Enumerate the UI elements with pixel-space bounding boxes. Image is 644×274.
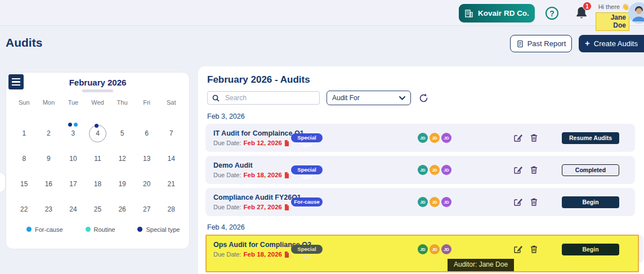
audit-title: IT Audit for Complaince Q1 xyxy=(213,129,291,137)
begin-button[interactable]: Begin xyxy=(562,196,619,208)
user-name-chip[interactable]: Jane Doe xyxy=(596,12,629,31)
edit-icon[interactable] xyxy=(513,197,522,206)
auditor-tooltip: Auditor: Jane Doe xyxy=(448,259,514,271)
notifications-button[interactable]: 1 xyxy=(575,6,589,21)
audit-title: Ops Audit for Compliance Q2 xyxy=(213,241,291,249)
legend-routine: Routine xyxy=(86,226,115,233)
calendar-day[interactable]: 28 xyxy=(159,197,184,222)
calendar-day[interactable]: 10 xyxy=(61,146,86,172)
calendar-day[interactable]: 12 xyxy=(110,146,135,172)
audit-row[interactable]: Compliance Audit FY26Q1 Due Date: Feb 27… xyxy=(205,188,635,216)
top-bar: Kovair RD Co. ? 1 Hi there 👋 Jane Doe xyxy=(0,0,644,26)
calendar-day[interactable]: 11 xyxy=(86,146,110,172)
calendar-day[interactable]: 5 xyxy=(110,121,135,146)
avatar[interactable]: JD xyxy=(418,133,428,143)
calendar-day[interactable]: 26 xyxy=(110,197,135,222)
calendar-day[interactable]: 15 xyxy=(12,172,37,197)
chevron-down-icon xyxy=(399,96,405,100)
avatar[interactable]: JD xyxy=(430,133,440,143)
file-icon xyxy=(284,172,289,178)
completed-button[interactable]: Completed xyxy=(562,164,619,176)
avatar[interactable]: JD xyxy=(418,244,428,254)
audit-info: Ops Audit for Compliance Q2 Due Date: Fe… xyxy=(213,241,291,258)
calendar-day[interactable]: 20 xyxy=(135,172,159,197)
file-icon xyxy=(284,140,289,146)
avatar[interactable]: JD xyxy=(441,165,451,175)
past-report-button[interactable]: Past Report xyxy=(510,35,572,52)
calendar-day[interactable]: 2 xyxy=(37,121,61,146)
menu-icon[interactable] xyxy=(8,74,24,89)
avatar[interactable]: JD xyxy=(441,244,451,254)
resume-audits-button[interactable]: Resume Audits xyxy=(562,132,619,144)
due-date: Feb 18, 2026 xyxy=(244,172,282,178)
audit-row-highlighted[interactable]: Ops Audit for Compliance Q2 Due Date: Fe… xyxy=(205,235,644,272)
calendar-day[interactable]: 25 xyxy=(86,197,110,222)
calendar-day[interactable]: 22 xyxy=(12,197,37,222)
delete-icon[interactable] xyxy=(530,165,538,174)
search-input[interactable] xyxy=(225,94,315,102)
avatar[interactable]: JD xyxy=(430,165,440,175)
calendar-day[interactable]: 7 xyxy=(159,121,184,146)
company-button-label: Kovair RD Co. xyxy=(478,9,529,17)
calendar-day[interactable]: 6 xyxy=(135,121,159,146)
create-audits-label: Create Audits xyxy=(594,39,638,48)
begin-button[interactable]: Begin xyxy=(562,244,619,255)
auditor-avatars: JD JD JD xyxy=(418,165,451,175)
due-label: Due Date: xyxy=(213,251,242,258)
help-icon: ? xyxy=(549,9,554,18)
audit-info: Compliance Audit FY26Q1 Due Date: Feb 27… xyxy=(213,194,291,210)
panel-collapse-handle[interactable] xyxy=(0,172,6,192)
calendar-day-with-events[interactable]: 3 xyxy=(61,121,86,146)
calendar-day[interactable]: 16 xyxy=(37,172,61,197)
search-box xyxy=(207,91,320,105)
edit-icon[interactable] xyxy=(513,133,522,142)
avatar[interactable]: JD xyxy=(441,197,451,207)
calendar-day[interactable]: 23 xyxy=(37,197,61,222)
help-button[interactable]: ? xyxy=(545,7,558,20)
calendar-day[interactable]: 18 xyxy=(86,172,110,197)
edit-icon[interactable] xyxy=(513,245,522,254)
for-cause-dot-icon xyxy=(74,123,78,127)
edit-icon[interactable] xyxy=(513,165,522,174)
file-icon xyxy=(284,204,289,210)
calendar-day[interactable]: 8 xyxy=(12,146,37,172)
calendar-day[interactable]: 13 xyxy=(135,146,159,172)
avatar[interactable]: JD xyxy=(418,197,428,207)
past-report-label: Past Report xyxy=(527,39,566,48)
calendar-month-title: February 2026 xyxy=(6,78,189,87)
avatar[interactable]: JD xyxy=(430,244,440,254)
audit-for-value: Audit For xyxy=(332,94,360,102)
calendar-day-selected[interactable]: 4 xyxy=(86,121,110,146)
auditor-avatars: JD JD JD xyxy=(418,133,451,143)
audit-row[interactable]: Demo Audit Due Date: Feb 18, 2026 Specia… xyxy=(205,156,635,184)
calendar-day[interactable]: 24 xyxy=(61,197,86,222)
audit-for-select[interactable]: Audit For xyxy=(327,91,411,105)
avatar[interactable]: JD xyxy=(441,133,451,143)
delete-icon[interactable] xyxy=(530,245,538,254)
company-button[interactable]: Kovair RD Co. xyxy=(459,4,535,23)
audit-title: Compliance Audit FY26Q1 xyxy=(213,194,291,201)
audit-title: Demo Audit xyxy=(213,161,291,169)
user-avatar[interactable] xyxy=(628,2,644,24)
audit-type-badge: Special type xyxy=(291,245,323,254)
avatar[interactable]: JD xyxy=(418,165,428,175)
audit-info: IT Audit for Complaince Q1 Due Date: Feb… xyxy=(213,129,291,146)
calendar-day[interactable]: 27 xyxy=(135,197,159,222)
calendar-day[interactable]: 19 xyxy=(110,172,135,197)
create-audits-button[interactable]: + Create Audits xyxy=(579,35,644,52)
calendar-title-underline xyxy=(82,89,113,92)
calendar-day[interactable]: 1 xyxy=(12,121,37,146)
report-icon xyxy=(516,40,524,48)
delete-icon[interactable] xyxy=(530,197,538,206)
calendar-day[interactable]: 21 xyxy=(159,172,184,197)
calendar-day[interactable]: 9 xyxy=(37,146,61,172)
audit-type-badge: Special type xyxy=(291,165,323,174)
due-label: Due Date: xyxy=(213,172,242,178)
delete-icon[interactable] xyxy=(530,133,538,142)
audit-row[interactable]: IT Audit for Complaince Q1 Due Date: Feb… xyxy=(205,124,635,152)
calendar-day[interactable]: 17 xyxy=(61,172,86,197)
calendar-day[interactable]: 14 xyxy=(159,146,184,172)
refresh-icon[interactable] xyxy=(418,92,429,104)
special-type-dot-icon xyxy=(137,227,142,232)
avatar[interactable]: JD xyxy=(430,197,440,207)
